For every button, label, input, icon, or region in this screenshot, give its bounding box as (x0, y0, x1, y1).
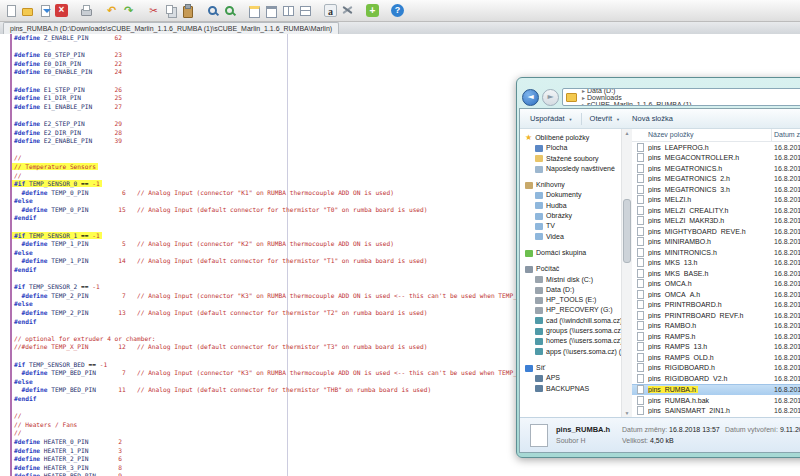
file-row[interactable]: pins_RUMBA.h16.8.2018 13:57 (632, 384, 800, 396)
sidebar-item[interactable]: apps (\\users.soma.cz) (Z (525, 347, 621, 357)
sidebar-group-homegroup[interactable]: Domácí skupina (525, 248, 621, 258)
add-icon[interactable] (366, 4, 379, 17)
sidebar-item[interactable]: Plocha (525, 143, 621, 153)
column-header-name[interactable]: Název položky (632, 129, 772, 141)
file-row[interactable]: pins_MINITRONICS.h16.8.2018 13:57 (632, 247, 800, 258)
file-row[interactable]: pins_RAMPS.h16.8.2018 13:57 (632, 331, 800, 342)
file-row[interactable]: pins_MEGATRONICS.h16.8.2018 13:57 (632, 163, 800, 174)
sidebar-item[interactable]: homes (\\users.soma.cz) (525, 336, 621, 346)
file-row[interactable]: pins_MINIRAMBO.h16.8.2018 13:57 (632, 237, 800, 248)
sidebar-group-lib[interactable]: Knihovny (525, 180, 621, 190)
separator (72, 4, 76, 17)
save-icon[interactable] (38, 4, 51, 17)
file-rows: pins_LEAPFROG.h16.8.2018 13:57pins_MEGAC… (632, 142, 800, 416)
sidebar-item[interactable]: Data (D:) (525, 285, 621, 295)
split-vertical-icon[interactable] (299, 4, 312, 17)
file-row[interactable]: pins_PRINTRBOARD.h16.8.2018 13:57 (632, 300, 800, 311)
sidebar-item[interactable]: cad (\\windchill.soma.cz) (525, 316, 621, 326)
sidebar-item[interactable]: HP_RECOVERY (G:) (525, 305, 621, 315)
breadcrumb-segment[interactable]: ▸Downloads (580, 94, 692, 101)
file-icon (637, 311, 644, 320)
sidebar-group-computer[interactable]: Počítač (525, 264, 621, 274)
code-text[interactable]: #define Z_ENABLE_PIN 62 #define E0_STEP_… (14, 34, 565, 476)
file-name: pins_LEAPFROG.h (648, 144, 772, 151)
breadcrumb-arrow-icon[interactable]: ▸ (580, 94, 587, 101)
file-row[interactable]: pins_MELZI_MAKR3D.h16.8.2018 13:57 (632, 216, 800, 227)
back-button[interactable]: ◄ (522, 89, 539, 106)
file-icon (637, 153, 644, 162)
file-row[interactable]: pins_OMCA.h16.8.2018 13:57 (632, 279, 800, 290)
breadcrumb-segment[interactable]: ▸sCUBE_Marlin_1.1.6_RUMBA (1) (580, 101, 692, 107)
tools-icon[interactable] (341, 4, 354, 17)
file-row[interactable]: pins_LEAPFROG.h16.8.2018 13:57 (632, 142, 800, 153)
sidebar-item[interactable]: Stažené soubory (525, 154, 621, 164)
sidebar-item[interactable]: Dokumenty (525, 190, 621, 200)
undo-icon[interactable] (105, 4, 118, 17)
new-file-icon[interactable] (4, 4, 17, 17)
file-row[interactable]: pins_MEGACONTROLLER.h16.8.2018 13:57 (632, 153, 800, 164)
new-window-icon[interactable] (248, 4, 261, 17)
find-replace-icon[interactable] (223, 4, 236, 17)
file-row[interactable]: pins_OMCA_A.h16.8.2018 13:57 (632, 289, 800, 300)
breadcrumb-arrow-icon[interactable]: ▸ (580, 101, 587, 107)
font-icon[interactable] (324, 4, 337, 17)
sidebar-item[interactable]: Hudba (525, 201, 621, 211)
file-row[interactable]: pins_MIGHTYBOARD_REVE.h16.8.2018 13:57 (632, 226, 800, 237)
column-header-date[interactable]: Datum změny (772, 129, 800, 141)
scroll-down-icon[interactable]: ▼ (623, 409, 631, 417)
net-icon (535, 317, 543, 324)
find-icon[interactable] (206, 4, 219, 17)
file-name: pins_RIGIDBOARD.h (648, 364, 772, 371)
code-line (14, 43, 565, 52)
help-icon[interactable] (391, 4, 404, 17)
sidebar-item[interactable]: BACKUPNAS (525, 384, 621, 394)
sidebar-group-network[interactable]: Síť (525, 363, 621, 373)
code-line: #endif (14, 395, 565, 404)
file-row[interactable]: pins_SAINSMART_2IN1.h16.8.2018 13:57 (632, 406, 800, 417)
new-folder-button[interactable]: Nová složka (628, 112, 677, 125)
file-row[interactable]: pins_PRINTRBOARD_REVF.h16.8.2018 13:57 (632, 310, 800, 321)
code-line: #if TEMP_SENSOR_BED == -1 (14, 361, 565, 370)
cut-icon[interactable] (147, 4, 160, 17)
file-row[interactable]: pins_MELZI_CREALITY.h16.8.2018 13:57 (632, 205, 800, 216)
split-horizontal-icon[interactable] (282, 4, 295, 17)
file-row[interactable]: pins_MKS_13.h16.8.2018 13:57 (632, 258, 800, 269)
scrollbar-thumb[interactable] (623, 199, 631, 263)
file-tab[interactable]: pins_RUMBA.h (D:\Downloads\sCUBE_Marlin_… (3, 22, 339, 34)
redo-icon[interactable] (122, 4, 135, 17)
print-icon[interactable] (80, 4, 93, 17)
file-row[interactable]: pins_RUMBA.h.bak16.8.2018 13:57 (632, 395, 800, 406)
sidebar-item[interactable]: Naposledy navštívené (525, 164, 621, 174)
file-name: pins_MINIRAMBO.h (648, 238, 772, 245)
sidebar-item[interactable]: Místní disk (C:) (525, 275, 621, 285)
open-button[interactable]: Otevřít (586, 112, 624, 125)
separator (240, 4, 244, 17)
sidebar-item[interactable]: groups (\\users.soma.cz) (525, 326, 621, 336)
sidebar-item[interactable]: HP_TOOLS (E:) (525, 295, 621, 305)
code-line: #endif (14, 266, 565, 275)
open-folder-icon[interactable] (21, 4, 34, 17)
paste-icon[interactable] (181, 4, 194, 17)
file-row[interactable]: pins_RIGIDBOARD.h16.8.2018 13:57 (632, 363, 800, 374)
sidebar-group-star[interactable]: Oblíbené položky (525, 133, 621, 143)
forward-button[interactable]: ► (542, 89, 559, 106)
sidebar-item[interactable]: TV (525, 221, 621, 231)
breadcrumb[interactable]: ▸Počítač▸Data (D:)▸Downloads▸sCUBE_Marli… (562, 88, 800, 106)
sidebar-item[interactable]: Obrázky (525, 211, 621, 221)
file-row[interactable]: pins_MELZI.h16.8.2018 13:57 (632, 195, 800, 206)
file-row[interactable]: pins_RAMPS_13.h16.8.2018 13:57 (632, 342, 800, 353)
sidebar-item[interactable]: APS (525, 373, 621, 383)
file-row[interactable]: pins_MEGATRONICS_2.h16.8.2018 13:57 (632, 174, 800, 185)
file-row[interactable]: pins_MEGATRONICS_3.h16.8.2018 13:57 (632, 184, 800, 195)
organize-button[interactable]: Uspořádat (526, 112, 577, 125)
close-icon[interactable] (55, 4, 68, 17)
copy-icon[interactable] (164, 4, 177, 17)
sidebar-item[interactable]: Videa (525, 232, 621, 242)
maximize-icon[interactable] (265, 4, 278, 17)
scroll-up-icon[interactable]: ▲ (623, 129, 631, 137)
file-row[interactable]: pins_RAMBO.h16.8.2018 13:57 (632, 321, 800, 332)
file-row[interactable]: pins_RAMPS_OLD.h16.8.2018 13:57 (632, 352, 800, 363)
sidebar-scrollbar[interactable]: ▲ ▼ (621, 129, 632, 417)
file-row[interactable]: pins_RIGIDBOARD_V2.h16.8.2018 13:57 (632, 373, 800, 384)
file-row[interactable]: pins_MKS_BASE.h16.8.2018 13:57 (632, 268, 800, 279)
